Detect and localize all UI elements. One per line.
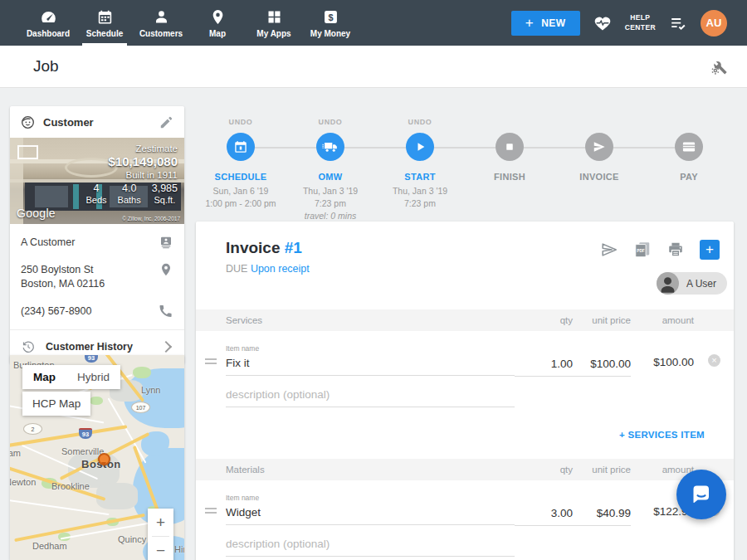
step-dates: Thu, Jan 3 '19 7:23 pm travel: 0 mins: [303, 185, 358, 223]
step-travel-time: travel: 0 mins: [305, 211, 356, 221]
checklist-button[interactable]: [669, 14, 687, 32]
schedule-step-button[interactable]: [227, 133, 255, 161]
drag-handle[interactable]: [196, 344, 226, 364]
sqft-value: 3,985: [152, 183, 178, 194]
invoice-due: DUE Upon receipt: [226, 263, 720, 275]
zestimate-label: Zestimate: [86, 144, 178, 153]
address-line2: Boston, MA 02116: [21, 278, 105, 290]
new-button[interactable]: + NEW: [511, 11, 580, 36]
qty-column-header: qty: [515, 315, 573, 325]
map-panel[interactable]: Burlington Lynn Waltham Somerville Bosto…: [10, 355, 184, 560]
user-avatar[interactable]: AU: [701, 10, 727, 37]
job-settings-button[interactable]: [710, 57, 729, 76]
material-description-row: [196, 526, 734, 557]
material-unit-price-input[interactable]: [573, 507, 631, 526]
route-107-shield: 107: [131, 402, 150, 413]
omw-step-button[interactable]: [316, 133, 344, 161]
invoice-header: Invoice #1 DUE Upon receipt PDF + A User: [196, 222, 734, 309]
nav-label: Schedule: [86, 29, 123, 38]
step-label: START: [404, 172, 435, 182]
customer-name-row: A Customer: [10, 229, 184, 256]
delete-service-item-button[interactable]: ×: [708, 354, 720, 367]
nav-item-schedule[interactable]: Schedule: [76, 0, 133, 46]
nav-item-my-money[interactable]: $ My Money: [302, 0, 359, 46]
page-title: Job: [33, 57, 59, 75]
beds-label: Beds: [86, 195, 107, 205]
add-invoice-button[interactable]: +: [700, 240, 720, 260]
map-label-waltham: Waltham: [10, 448, 21, 458]
google-watermark: Google: [17, 207, 56, 220]
zoom-out-button[interactable]: −: [148, 537, 173, 560]
start-step-button[interactable]: [406, 133, 434, 161]
location-pin-icon[interactable]: [159, 262, 173, 277]
address-line1: 250 Boylston St: [21, 264, 94, 275]
step-dates: Thu, Jan 3 '19 7:23 pm: [393, 185, 447, 210]
property-stats: 4Beds 4.0Baths 3,985Sq.ft.: [86, 183, 178, 205]
step-date-line2: 7:23 pm: [315, 198, 346, 208]
zoom-in-button[interactable]: +: [148, 509, 173, 536]
wrench-gear-icon: [710, 57, 729, 76]
nav-item-map[interactable]: Map: [189, 0, 246, 46]
checklist-icon: [669, 14, 687, 32]
nav-item-my-apps[interactable]: My Apps: [246, 0, 302, 46]
invoice-step-button[interactable]: [585, 133, 613, 161]
built-year: Built in 1911: [86, 170, 178, 180]
amount-column-header: amount: [631, 315, 694, 325]
service-qty-input[interactable]: [515, 358, 573, 377]
hcp-map-button[interactable]: HCP Map: [22, 392, 90, 416]
step-label: OMW: [318, 172, 342, 182]
job-location-pin[interactable]: [98, 453, 110, 465]
service-name-input[interactable]: [226, 357, 515, 376]
help-line2: CENTER: [625, 23, 656, 32]
phone-icon[interactable]: [159, 304, 173, 319]
map-type-map[interactable]: Map: [22, 365, 66, 389]
material-description-input[interactable]: [226, 538, 515, 557]
step-date-line1: Thu, Jan 3 '19: [303, 186, 358, 196]
nav-label: Customers: [139, 29, 183, 38]
job-timeline: UNDO SCHEDULE Sun, Jan 6 '19 1:00 pm - 2…: [196, 108, 734, 217]
finish-step-button[interactable]: [496, 133, 524, 161]
dollar-glyph: $: [328, 12, 333, 22]
chat-bubble-button[interactable]: [676, 470, 726, 519]
service-unit-price-input[interactable]: [573, 358, 631, 377]
pdf-label: PDF: [637, 249, 645, 253]
drag-handle[interactable]: [196, 494, 226, 514]
send-invoice-icon[interactable]: [600, 241, 618, 259]
undo-start-link[interactable]: UNDO: [408, 118, 432, 128]
property-photo: Zestimate $10,149,080 Built in 1911 4Bed…: [10, 138, 184, 224]
timeline-step-invoice: INVOICE: [554, 108, 644, 223]
item-name-label: Item name: [226, 344, 515, 353]
assignee-chip[interactable]: A User: [657, 272, 727, 295]
material-name-input[interactable]: [226, 506, 515, 525]
materials-section-header: Materials qty unit price amount: [196, 459, 734, 480]
due-terms-link[interactable]: Upon receipt: [251, 263, 310, 275]
timeline-step-start: UNDO START Thu, Jan 3 '19 7:23 pm: [375, 108, 465, 223]
customer-address-row: 250 Boylston St Boston, MA 02116: [10, 256, 184, 298]
nav-label: My Apps: [256, 29, 290, 38]
add-services-item-link[interactable]: + SERVICES ITEM: [619, 430, 705, 440]
edit-pencil-icon[interactable]: [159, 114, 174, 130]
nav-item-dashboard[interactable]: Dashboard: [20, 0, 76, 46]
customer-card-header: Customer: [10, 106, 184, 138]
step-label: FINISH: [494, 172, 525, 182]
nav-item-customers[interactable]: Customers: [133, 0, 189, 46]
pdf-icon[interactable]: PDF: [633, 241, 652, 259]
credit-card-icon: [681, 139, 697, 155]
material-qty-input[interactable]: [515, 507, 573, 526]
person-icon: [153, 8, 170, 26]
service-description-input[interactable]: [226, 388, 515, 407]
zestimate-value: $10,149,080: [86, 154, 178, 168]
contact-card-icon[interactable]: [159, 235, 173, 250]
print-icon[interactable]: [666, 241, 685, 259]
help-center-link[interactable]: HELP CENTER: [625, 13, 656, 32]
undo-schedule-link[interactable]: UNDO: [229, 118, 253, 128]
invoice-title-text: Invoice: [226, 239, 280, 256]
pay-step-button[interactable]: [675, 133, 703, 161]
baths-value: 4.0: [118, 183, 141, 194]
apps-grid-icon: [266, 8, 283, 26]
map-type-hybrid[interactable]: Hybrid: [66, 365, 120, 389]
timeline-step-omw: UNDO OMW Thu, Jan 3 '19 7:23 pm travel: …: [286, 108, 375, 223]
health-button[interactable]: [593, 14, 612, 32]
undo-omw-link[interactable]: UNDO: [319, 118, 343, 128]
plus-icon: +: [525, 16, 534, 30]
